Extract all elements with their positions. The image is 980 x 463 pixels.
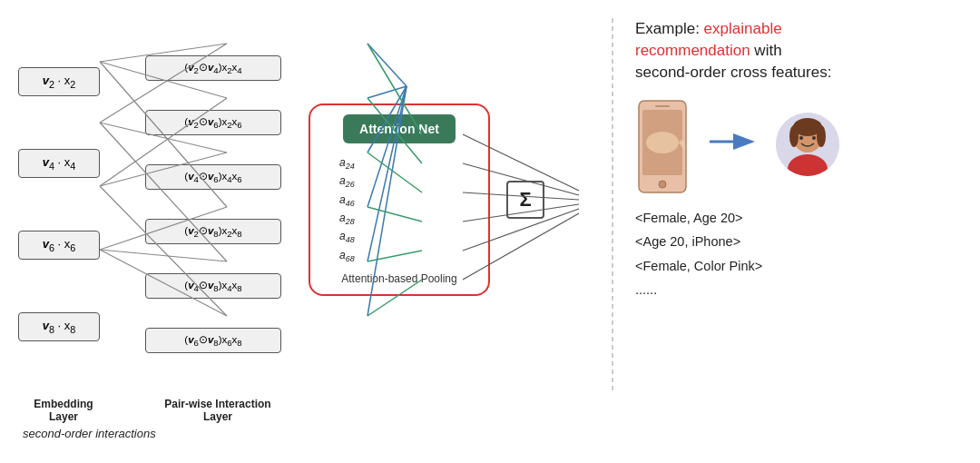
weight-a48: a48 — [339, 230, 355, 244]
phone-image — [635, 99, 690, 190]
main-container: v2 · x2 v4 · x4 v6 · x6 v8 · x8 (v2⊙v4)x… — [0, 0, 980, 463]
svg-line-12 — [368, 44, 407, 86]
attention-label — [313, 398, 495, 423]
feature-1: <Female, Age 20> — [635, 206, 962, 230]
svg-point-33 — [646, 132, 679, 153]
svg-point-44 — [812, 136, 816, 140]
interact-node-48: (v4⊙v8)x4x8 — [145, 273, 281, 299]
network-diagram: v2 · x2 v4 · x4 v6 · x6 v8 · x8 (v2⊙v4)x… — [18, 9, 617, 390]
feature-4: ...... — [635, 278, 962, 301]
feature-2: <Age 20, iPhone> — [635, 230, 962, 253]
embed-node-v4: v4 · x4 — [18, 149, 100, 178]
svg-point-41 — [789, 125, 799, 147]
diagram-section: v2 · x2 v4 · x4 v6 · x6 v8 · x8 (v2⊙v4)x… — [18, 9, 617, 454]
svg-point-43 — [799, 136, 803, 140]
attention-box-wrapper: Attention Net a24 a26 a46 a28 a48 a68 At… — [309, 103, 490, 296]
attention-outer-box: Attention Net a24 a26 a46 a28 a48 a68 At… — [309, 103, 490, 296]
example-title-plain: Example: — [635, 20, 704, 37]
weight-a26: a26 — [339, 174, 355, 189]
phone-svg — [635, 99, 690, 194]
svg-line-13 — [368, 86, 407, 98]
svg-rect-35 — [655, 105, 670, 107]
weight-a68: a68 — [339, 249, 355, 263]
example-title: Example: explainablerecommendation withs… — [635, 18, 962, 83]
weight-a24: a24 — [339, 156, 355, 171]
attention-pooling-label: Attention-based Pooling — [341, 272, 456, 285]
interact-node-28: (v2⊙v8)x2x8 — [145, 219, 281, 244]
interact-node-68: (v6⊙v8)x6x8 — [145, 328, 281, 353]
example-section: Example: explainablerecommendation withs… — [617, 9, 962, 454]
layer-labels: EmbeddingLayer Pair-wise InteractionLaye… — [18, 398, 617, 423]
second-order-label: second-order interactions — [23, 427, 156, 440]
arrow-right-icon — [708, 128, 758, 162]
svg-point-42 — [817, 125, 826, 147]
weight-a28: a28 — [339, 212, 355, 226]
embedding-layer: v2 · x2 v4 · x4 v6 · x6 v8 · x8 — [18, 41, 100, 368]
svg-point-34 — [659, 181, 666, 188]
interaction-layer: (v2⊙v4)x2x4 (v2⊙v6)x2x6 (v4⊙v6)x4x6 (v2⊙… — [145, 41, 281, 368]
interact-node-26: (v2⊙v6)x2x6 — [145, 110, 281, 135]
embed-node-v8: v8 · x8 — [18, 312, 100, 341]
user-avatar — [776, 113, 839, 176]
sigma-box: Σ — [506, 181, 544, 219]
example-features: <Female, Age 20> <Age 20, iPhone> <Femal… — [635, 206, 962, 300]
interaction-label: Pair-wise InteractionLayer — [150, 398, 286, 423]
embed-node-v6: v6 · x6 — [18, 231, 100, 260]
embedding-label: EmbeddingLayer — [23, 398, 104, 423]
attention-weights: a24 a26 a46 a28 a48 a68 — [339, 156, 355, 263]
example-images — [635, 99, 962, 190]
weight-a46: a46 — [339, 193, 355, 208]
feature-3: <Female, Color Pink> — [635, 254, 962, 278]
interact-node-46: (v4⊙v6)x4x6 — [145, 164, 281, 190]
attention-net-box: Attention Net — [343, 114, 456, 143]
embed-node-v2: v2 · x2 — [18, 67, 100, 96]
interact-node-24: (v2⊙v4)x2x4 — [145, 55, 281, 81]
